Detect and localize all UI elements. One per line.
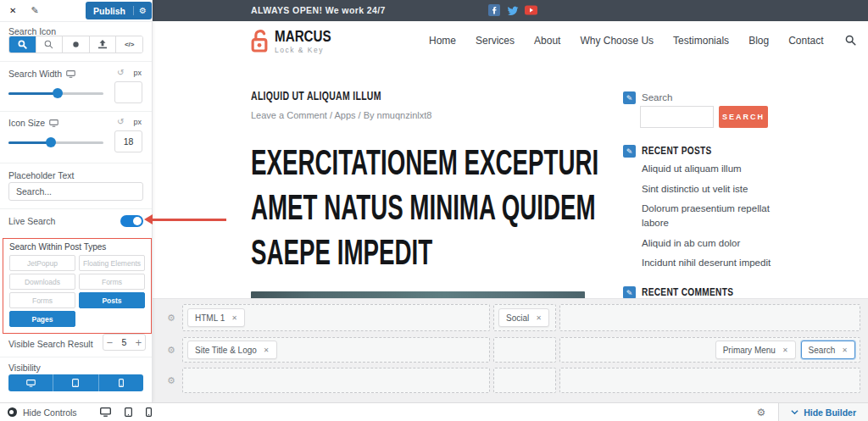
- builder-settings-gear-icon[interactable]: ⚙: [743, 407, 778, 418]
- plus-icon[interactable]: +: [132, 338, 145, 347]
- widget-chip-search[interactable]: Search✕: [801, 341, 855, 359]
- icon-size-slider[interactable]: [8, 141, 103, 144]
- unit-label[interactable]: px: [133, 118, 142, 126]
- visibility-button-group: [8, 374, 143, 391]
- publish-button[interactable]: Publish ⚙: [86, 2, 152, 19]
- row-settings-gear-icon[interactable]: ⚙: [167, 345, 175, 356]
- recent-post-link[interactable]: Sint distinctio ut velit iste: [642, 182, 787, 197]
- site-topbar: ALWAYS OPEN! We work 24/7: [153, 0, 868, 21]
- placeholder-text-input[interactable]: [8, 182, 143, 201]
- post-type-posts[interactable]: Posts: [79, 292, 145, 308]
- nav-search-icon[interactable]: [845, 35, 856, 46]
- edit-widget-icon[interactable]: ✎: [623, 286, 636, 299]
- visibility-mobile-button[interactable]: [99, 374, 143, 391]
- phone-icon[interactable]: [146, 407, 152, 417]
- icon-size-label: Icon Size: [8, 118, 45, 128]
- icon-size-units: ↺ px: [117, 117, 142, 126]
- search-width-row: Search Width: [8, 69, 75, 79]
- builder-cell[interactable]: [559, 368, 860, 393]
- nav-item-about[interactable]: About: [534, 35, 560, 47]
- desktop-icon[interactable]: [100, 407, 111, 417]
- topbar-message: ALWAYS OPEN! We work 24/7: [251, 0, 386, 21]
- builder-cell[interactable]: Primary Menu✕ Search✕: [559, 337, 860, 363]
- chevron-down-icon: [791, 409, 798, 415]
- live-search-toggle[interactable]: [120, 215, 143, 227]
- nav-item-contact[interactable]: Contact: [788, 35, 823, 47]
- recent-comments-title: RECENT COMMENTS: [642, 285, 733, 298]
- bottom-toolbar-right: ⚙ Hide Builder: [743, 403, 868, 421]
- widget-chip-html[interactable]: HTML 1✕: [187, 308, 245, 327]
- publish-settings-gear-icon[interactable]: ⚙: [133, 6, 152, 15]
- post-type-jetpopup[interactable]: JetPopup: [9, 255, 75, 271]
- search-icon-outline-button[interactable]: [36, 36, 64, 53]
- hide-controls-icon[interactable]: [8, 407, 17, 417]
- close-icon[interactable]: ✕: [842, 346, 848, 354]
- post-type-forms[interactable]: Forms: [79, 274, 145, 290]
- nav-item-blog[interactable]: Blog: [748, 35, 769, 47]
- nav-item-why-choose-us[interactable]: Why Choose Us: [580, 35, 654, 47]
- slider-handle[interactable]: [46, 137, 56, 147]
- twitter-icon[interactable]: [506, 4, 519, 16]
- nav-item-services[interactable]: Services: [476, 35, 515, 47]
- nav-item-home[interactable]: Home: [429, 35, 456, 47]
- site-logo[interactable]: MARCUS Lock & Key: [249, 28, 345, 54]
- post-types-label: Search Within Post Types: [9, 242, 106, 252]
- hide-builder-button[interactable]: Hide Builder: [779, 403, 868, 421]
- nav-item-testimonials[interactable]: Testimonials: [673, 35, 729, 47]
- close-icon[interactable]: ✕: [536, 314, 542, 322]
- close-icon[interactable]: ✕: [231, 314, 237, 322]
- builder-cell[interactable]: [559, 304, 860, 331]
- slider-handle[interactable]: [53, 88, 63, 98]
- close-icon[interactable]: ✕: [264, 346, 270, 354]
- visible-result-value[interactable]: 5: [116, 337, 132, 347]
- hide-controls-label[interactable]: Hide Controls: [23, 407, 77, 418]
- search-icon-filled-button[interactable]: [9, 36, 36, 53]
- recent-post-link[interactable]: Aliquid ut aliquam illum: [642, 162, 787, 176]
- sidebar-search-input[interactable]: [640, 106, 714, 128]
- row-settings-gear-icon[interactable]: ⚙: [167, 313, 175, 324]
- search-outline-icon: [44, 40, 53, 49]
- builder-cell[interactable]: [493, 337, 556, 363]
- post-type-downloads[interactable]: Downloads: [9, 274, 75, 290]
- media-library-button[interactable]: [63, 36, 90, 53]
- desktop-icon[interactable]: [66, 70, 75, 78]
- builder-cell[interactable]: HTML 1✕: [182, 304, 490, 331]
- desktop-icon[interactable]: [49, 119, 58, 127]
- visibility-tablet-button[interactable]: [53, 374, 98, 391]
- edit-widget-icon[interactable]: ✎: [623, 145, 636, 158]
- tablet-icon[interactable]: [125, 407, 132, 417]
- search-width-units: ↺ px: [117, 68, 142, 77]
- close-icon[interactable]: ✕: [9, 6, 16, 15]
- minus-icon[interactable]: −: [103, 338, 116, 347]
- facebook-icon[interactable]: [488, 4, 500, 16]
- post-type-floating-elements[interactable]: Floating Elements: [79, 255, 145, 271]
- widget-chip-site-title[interactable]: Site Title & Logo✕: [187, 341, 277, 359]
- visibility-desktop-button[interactable]: [8, 374, 53, 391]
- upload-icon-button[interactable]: [90, 36, 117, 53]
- builder-cell[interactable]: Social✕: [493, 304, 556, 331]
- builder-cell[interactable]: [493, 368, 556, 393]
- icon-size-input[interactable]: 18: [114, 130, 142, 152]
- pencil-icon[interactable]: ✎: [31, 5, 38, 16]
- recent-post-link[interactable]: Aliquid in ab cum dolor: [642, 236, 787, 251]
- post-type-pages[interactable]: Pages: [9, 311, 75, 327]
- sidebar-search-button[interactable]: SEARCH: [719, 106, 768, 128]
- reset-icon[interactable]: ↺: [117, 117, 124, 126]
- reset-icon[interactable]: ↺: [117, 68, 124, 77]
- builder-cell[interactable]: [182, 368, 490, 393]
- close-icon[interactable]: ✕: [782, 346, 788, 354]
- post-type-forms[interactable]: Forms: [9, 292, 75, 308]
- builder-cell[interactable]: Site Title & Logo✕: [182, 337, 490, 363]
- search-width-slider[interactable]: [8, 92, 103, 95]
- row-settings-gear-icon[interactable]: ⚙: [167, 375, 175, 386]
- widget-chip-social[interactable]: Social✕: [498, 308, 549, 327]
- widget-chip-primary-menu[interactable]: Primary Menu✕: [715, 341, 796, 359]
- search-width-input[interactable]: [114, 81, 142, 103]
- placeholder-text-label: Placeholder Text: [8, 170, 74, 180]
- edit-widget-icon[interactable]: ✎: [623, 91, 636, 104]
- recent-post-link[interactable]: Incidunt nihil deserunt impedit: [642, 256, 787, 270]
- youtube-icon[interactable]: [525, 4, 537, 16]
- recent-post-link[interactable]: Dolorum praesentium repellat labore: [642, 202, 787, 230]
- unit-label[interactable]: px: [133, 69, 142, 77]
- code-icon-button[interactable]: </>: [116, 36, 142, 53]
